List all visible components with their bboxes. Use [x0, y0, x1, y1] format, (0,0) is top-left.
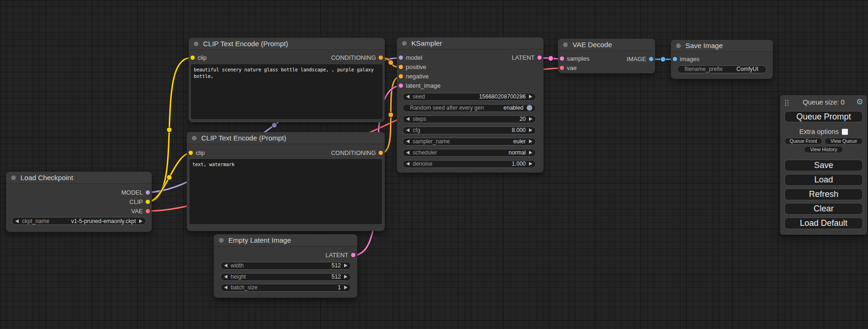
increment-arrow-icon[interactable] [344, 286, 347, 289]
queue-menu-panel[interactable]: Queue size: 0 ⚙ Queue Prompt Extra optio… [780, 95, 867, 235]
output-port-clip[interactable]: CLIP [129, 197, 152, 207]
output-port-model[interactable]: MODEL [121, 188, 152, 197]
node-title-bar[interactable]: CLIP Text Encode (Prompt) [187, 132, 385, 144]
node-clip-text-encode-negative[interactable]: CLIP Text Encode (Prompt) clip CONDITION… [187, 132, 385, 231]
widget-steps[interactable]: steps 20 [402, 115, 536, 123]
conditioning-port-dot[interactable] [399, 65, 403, 69]
clear-button[interactable]: Clear [784, 203, 863, 215]
latent-port-dot[interactable] [560, 56, 564, 61]
increment-arrow-icon[interactable] [529, 140, 532, 143]
decrement-arrow-icon[interactable] [406, 117, 409, 121]
latent-port-dot[interactable] [351, 253, 355, 257]
input-port-vae[interactable]: vae [558, 63, 577, 73]
widget-cfg[interactable]: cfg 8.000 [402, 126, 536, 134]
node-graph-canvas[interactable]: Load Checkpoint MODEL CLIP VAE ckpt_name… [0, 0, 868, 329]
increment-arrow-icon[interactable] [344, 275, 347, 279]
decrement-arrow-icon[interactable] [406, 140, 409, 143]
widget-scheduler[interactable]: scheduler normal [402, 149, 536, 157]
increment-arrow-icon[interactable] [529, 117, 532, 121]
load-default-button[interactable]: Load Default [784, 217, 863, 229]
increment-arrow-icon[interactable] [529, 95, 532, 98]
clip-port-dot[interactable] [146, 200, 150, 204]
conditioning-port-dot[interactable] [399, 74, 403, 78]
toggle-circle-icon[interactable] [527, 105, 532, 111]
node-empty-latent-image[interactable]: Empty Latent Image LATENT width 512 heig… [214, 234, 357, 298]
positive-prompt-textarea[interactable]: beautiful scenery nature glass bottle la… [191, 64, 382, 119]
clip-port-dot[interactable] [191, 56, 195, 60]
widget-batch-size[interactable]: batch_size 1 [220, 284, 351, 292]
node-title-bar[interactable]: CLIP Text Encode (Prompt) [189, 38, 385, 50]
queue-prompt-button[interactable]: Queue Prompt [784, 111, 863, 122]
decrement-arrow-icon[interactable] [406, 151, 409, 154]
widget-denoise[interactable]: denoise 1.000 [402, 160, 536, 168]
node-title-bar[interactable]: Save Image [671, 40, 773, 52]
extra-options-checkbox[interactable] [842, 129, 848, 135]
input-port-latent-image[interactable]: latent_image [397, 81, 440, 91]
vae-port-dot[interactable] [560, 66, 564, 70]
increment-arrow-icon[interactable] [529, 128, 532, 132]
image-port-dot[interactable] [673, 57, 677, 61]
input-port-positive[interactable]: positive [397, 63, 426, 72]
load-button[interactable]: Load [784, 174, 863, 186]
decrement-arrow-icon[interactable] [406, 128, 409, 132]
node-vae-decode[interactable]: VAE Decode samples vae IMAGE [558, 39, 655, 73]
increment-arrow-icon[interactable] [529, 162, 532, 166]
decrement-arrow-icon[interactable] [406, 162, 409, 166]
input-port-clip[interactable]: clip [187, 148, 205, 158]
output-port-conditioning[interactable]: CONDITIONING [331, 148, 385, 158]
node-title-bar[interactable]: KSampler [397, 37, 543, 49]
collapse-dot-icon[interactable] [192, 136, 197, 140]
widget-seed[interactable]: seed 156680208700286 [402, 93, 536, 101]
widget-filename-prefix[interactable]: filename_prefix ComfyUI [677, 65, 767, 73]
negative-prompt-textarea[interactable]: text, watermark [190, 159, 382, 224]
output-port-image[interactable]: IMAGE [627, 55, 655, 64]
model-port-dot[interactable] [399, 56, 403, 60]
conditioning-port-dot[interactable] [379, 56, 383, 60]
view-history-button[interactable]: View History [804, 146, 843, 153]
widget-height[interactable]: height 512 [220, 273, 351, 281]
node-load-checkpoint[interactable]: Load Checkpoint MODEL CLIP VAE ckpt_name… [6, 172, 152, 232]
conditioning-port-dot[interactable] [379, 151, 383, 155]
collapse-dot-icon[interactable] [676, 43, 681, 48]
input-port-model[interactable]: model [397, 53, 422, 63]
widget-ckpt-name[interactable]: ckpt_name v1-5-pruned-emaonly.ckpt [12, 217, 146, 225]
decrement-arrow-icon[interactable] [224, 286, 227, 289]
collapse-dot-icon[interactable] [219, 238, 224, 243]
node-title-bar[interactable]: Load Checkpoint [6, 172, 152, 184]
input-port-images[interactable]: images [671, 55, 699, 64]
view-queue-button[interactable]: View Queue [825, 138, 863, 145]
decrement-arrow-icon[interactable] [406, 95, 409, 98]
node-ksampler[interactable]: KSampler model positive negative latent_… [397, 37, 543, 173]
input-port-samples[interactable]: samples [558, 54, 589, 63]
increment-arrow-icon[interactable] [529, 151, 532, 154]
decrement-arrow-icon[interactable] [15, 219, 19, 223]
queue-front-button[interactable]: Queue Front [784, 138, 822, 145]
latent-port-dot[interactable] [399, 84, 403, 88]
collapse-dot-icon[interactable] [563, 42, 568, 47]
decrement-arrow-icon[interactable] [224, 275, 227, 279]
node-clip-text-encode-positive[interactable]: CLIP Text Encode (Prompt) clip CONDITION… [189, 38, 385, 122]
collapse-dot-icon[interactable] [194, 42, 198, 46]
node-title-bar[interactable]: VAE Decode [558, 39, 655, 51]
latent-port-dot[interactable] [537, 56, 542, 60]
increment-arrow-icon[interactable] [344, 264, 347, 267]
model-port-dot[interactable] [146, 190, 150, 195]
increment-arrow-icon[interactable] [139, 219, 142, 223]
output-port-conditioning[interactable]: CONDITIONING [331, 53, 385, 63]
node-title-bar[interactable]: Empty Latent Image [214, 234, 357, 246]
save-button[interactable]: Save [784, 160, 863, 171]
clip-port-dot[interactable] [189, 151, 193, 155]
collapse-dot-icon[interactable] [11, 175, 16, 180]
output-port-vae[interactable]: VAE [131, 207, 152, 216]
vae-port-dot[interactable] [146, 209, 150, 213]
input-port-negative[interactable]: negative [397, 72, 429, 81]
refresh-button[interactable]: Refresh [784, 189, 863, 200]
widget-random-seed-toggle[interactable]: Random seed after every gen enabled [402, 104, 536, 112]
output-port-latent[interactable]: LATENT [512, 53, 543, 63]
widget-sampler-name[interactable]: sampler_name euler [402, 138, 536, 146]
input-port-clip[interactable]: clip [189, 53, 207, 63]
widget-width[interactable]: width 512 [220, 262, 351, 270]
node-save-image[interactable]: Save Image images filename_prefix ComfyU… [671, 40, 773, 79]
collapse-dot-icon[interactable] [402, 41, 407, 46]
output-port-latent[interactable]: LATENT [325, 251, 357, 260]
